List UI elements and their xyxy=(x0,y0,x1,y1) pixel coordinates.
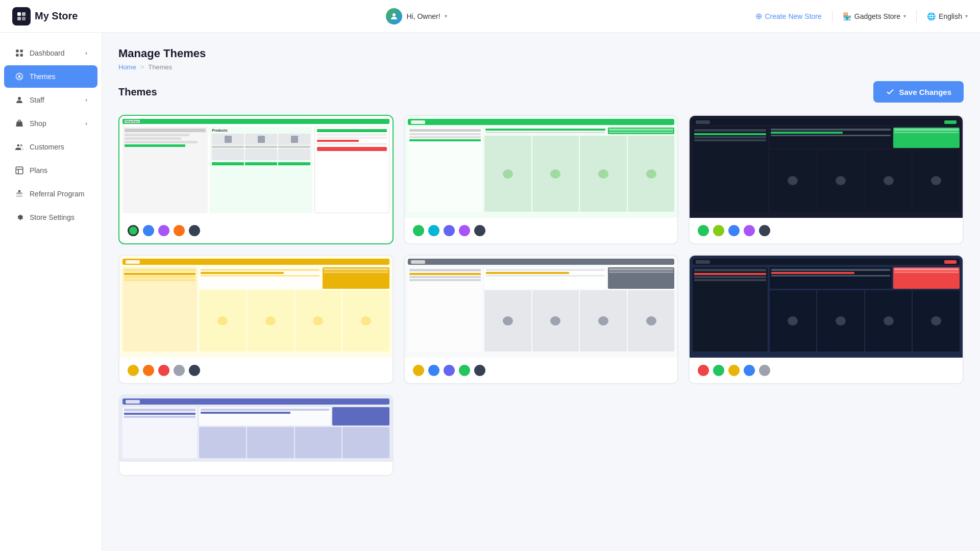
sidebar-item-staff[interactable]: Staff › xyxy=(4,89,97,111)
color-swatch[interactable] xyxy=(158,365,169,376)
color-swatch[interactable] xyxy=(474,365,485,376)
theme-color-swatches xyxy=(405,218,678,243)
dashboard-icon xyxy=(14,48,24,58)
svg-point-4 xyxy=(393,13,396,16)
sidebar-label-plans: Plans xyxy=(30,166,47,174)
chevron-right-icon: › xyxy=(85,120,87,127)
sidebar-item-themes[interactable]: Themes xyxy=(4,65,97,88)
theme-card[interactable] xyxy=(689,115,964,244)
color-swatch[interactable] xyxy=(713,225,724,236)
color-swatch[interactable] xyxy=(189,365,200,376)
svg-rect-7 xyxy=(16,54,18,57)
theme-card[interactable] xyxy=(404,115,679,244)
color-swatch[interactable] xyxy=(189,225,200,236)
color-swatch[interactable] xyxy=(728,225,740,236)
color-swatch[interactable] xyxy=(428,225,439,236)
sidebar-item-settings[interactable]: Store Settings xyxy=(4,206,97,229)
store-name: Gadgets Store xyxy=(854,12,900,20)
save-icon xyxy=(886,87,895,96)
theme-preview: WhatsStore Products xyxy=(119,116,393,218)
language-label: English xyxy=(939,12,962,20)
sidebar-item-dashboard[interactable]: Dashboard › xyxy=(4,42,97,64)
store-icon: 🏪 xyxy=(843,12,851,20)
globe-icon: 🌐 xyxy=(927,12,936,20)
theme-card[interactable]: WhatsStore Products xyxy=(118,115,394,244)
manage-themes-title: Manage Themes xyxy=(118,47,964,60)
main-content: Manage Themes Home > Themes Themes Save … xyxy=(102,33,980,551)
theme-color-swatches xyxy=(119,218,393,243)
color-swatch[interactable] xyxy=(744,225,755,236)
logo[interactable]: My Store xyxy=(12,7,78,26)
chevron-right-icon: › xyxy=(85,49,87,57)
color-swatch[interactable] xyxy=(413,225,424,236)
sidebar-item-shop[interactable]: Shop › xyxy=(4,112,97,135)
user-profile[interactable]: Hi, Owner! ▾ xyxy=(386,8,447,24)
color-swatch[interactable] xyxy=(444,365,455,376)
color-swatch[interactable] xyxy=(143,365,154,376)
plans-icon xyxy=(14,165,24,176)
svg-point-16 xyxy=(18,190,21,193)
sidebar-label-referral: Referral Program xyxy=(30,190,84,198)
save-changes-label: Save Changes xyxy=(899,88,951,96)
theme-card[interactable] xyxy=(118,394,394,476)
theme-preview xyxy=(119,395,393,462)
sidebar-item-customers[interactable]: Customers xyxy=(4,136,97,158)
breadcrumb-separator: > xyxy=(140,63,144,71)
theme-card[interactable] xyxy=(118,255,394,384)
sidebar-label-themes: Themes xyxy=(30,72,56,81)
shop-icon xyxy=(14,118,24,129)
svg-rect-8 xyxy=(20,54,23,57)
theme-color-swatches xyxy=(690,358,963,383)
svg-rect-5 xyxy=(16,49,18,52)
chevron-right-icon: › xyxy=(85,96,87,104)
sidebar-label-dashboard: Dashboard xyxy=(30,49,65,57)
svg-point-10 xyxy=(18,97,21,100)
save-changes-button[interactable]: Save Changes xyxy=(873,81,964,103)
color-swatch[interactable] xyxy=(158,225,169,236)
svg-point-9 xyxy=(18,76,21,78)
create-store-button[interactable]: ⊕ Create New Store xyxy=(755,11,822,21)
themes-icon xyxy=(14,71,24,82)
svg-rect-13 xyxy=(16,167,23,174)
color-swatch[interactable] xyxy=(174,225,185,236)
color-swatch[interactable] xyxy=(474,225,485,236)
color-swatch[interactable] xyxy=(459,225,470,236)
sidebar-item-referral[interactable]: Referral Program xyxy=(4,183,97,205)
color-swatch[interactable] xyxy=(128,225,139,236)
breadcrumb-home[interactable]: Home xyxy=(118,63,136,71)
color-swatch[interactable] xyxy=(759,225,770,236)
color-swatch[interactable] xyxy=(759,365,770,376)
store-selector[interactable]: 🏪 Gadgets Store ▾ xyxy=(843,12,906,20)
sidebar-label-shop: Shop xyxy=(30,119,46,128)
color-swatch[interactable] xyxy=(174,365,185,376)
sidebar-item-plans[interactable]: Plans xyxy=(4,159,97,182)
color-swatch[interactable] xyxy=(744,365,755,376)
color-swatch[interactable] xyxy=(698,225,709,236)
color-swatch[interactable] xyxy=(713,365,724,376)
chevron-down-icon: ▾ xyxy=(965,13,968,19)
color-swatch[interactable] xyxy=(444,225,455,236)
color-swatch[interactable] xyxy=(698,365,709,376)
svg-point-11 xyxy=(17,144,20,147)
theme-color-swatches xyxy=(405,358,678,383)
main-layout: Dashboard › Themes Staff › xyxy=(0,33,980,551)
color-swatch[interactable] xyxy=(728,365,740,376)
theme-color-swatches xyxy=(119,358,393,383)
themes-grid: WhatsStore Products xyxy=(118,115,964,476)
color-swatch[interactable] xyxy=(428,365,439,376)
customers-icon xyxy=(14,142,24,152)
create-store-label: Create New Store xyxy=(765,12,822,20)
theme-preview xyxy=(405,116,678,218)
logo-icon xyxy=(12,7,31,26)
theme-card[interactable] xyxy=(404,255,679,384)
avatar xyxy=(386,8,402,24)
language-selector[interactable]: 🌐 English ▾ xyxy=(927,12,968,20)
breadcrumb-current: Themes xyxy=(148,63,172,71)
color-swatch[interactable] xyxy=(143,225,154,236)
plus-circle-icon: ⊕ xyxy=(755,11,762,21)
themes-section-title: Themes xyxy=(118,86,157,98)
color-swatch[interactable] xyxy=(459,365,470,376)
color-swatch[interactable] xyxy=(413,365,424,376)
color-swatch[interactable] xyxy=(128,365,139,376)
theme-card[interactable] xyxy=(689,255,964,384)
